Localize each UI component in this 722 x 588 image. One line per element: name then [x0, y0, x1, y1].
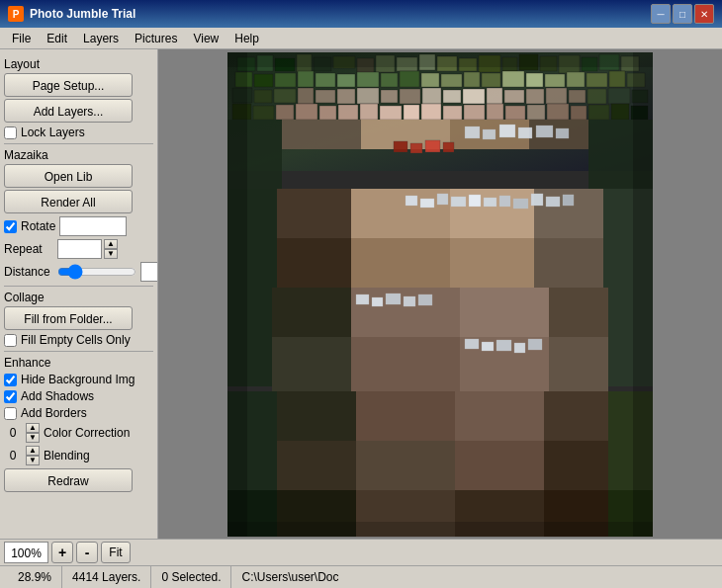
svg-rect-126 — [372, 297, 383, 306]
open-lib-button[interactable]: Open Lib — [4, 164, 133, 188]
svg-rect-52 — [443, 90, 461, 103]
svg-rect-30 — [400, 71, 419, 87]
add-borders-row: Add Borders — [4, 406, 153, 420]
svg-rect-78 — [571, 106, 587, 120]
bottom-area: Layout Page Setup... Add Layers... Lock … — [0, 49, 722, 588]
svg-rect-83 — [282, 120, 361, 149]
lock-layers-label: Lock Layers — [21, 126, 85, 139]
svg-rect-142 — [356, 441, 455, 490]
svg-rect-157 — [633, 52, 653, 537]
menu-layers[interactable]: Layers — [75, 30, 127, 47]
hide-bg-checkbox[interactable] — [4, 374, 17, 386]
svg-rect-122 — [351, 337, 460, 391]
svg-rect-134 — [528, 339, 542, 350]
zoom-out-button[interactable]: - — [76, 542, 98, 563]
menu-pictures[interactable]: Pictures — [127, 30, 185, 47]
minimize-button[interactable]: ─ — [651, 4, 671, 24]
svg-rect-88 — [465, 126, 480, 138]
app-icon: P — [8, 6, 24, 22]
distance-spinner: 15 ▲ ▼ — [140, 262, 158, 282]
status-path-text: C:\Users\user\Doc — [241, 570, 338, 584]
fill-empty-cells-checkbox[interactable] — [4, 334, 17, 347]
svg-rect-97 — [450, 189, 534, 238]
svg-rect-59 — [587, 89, 606, 104]
svg-rect-137 — [356, 391, 455, 441]
title-bar-text: Photo Jumble Trial — [30, 7, 651, 21]
blending-num: 0 — [4, 449, 22, 462]
svg-rect-72 — [443, 106, 462, 120]
hide-bg-label: Hide Background Img — [21, 373, 135, 386]
status-layers: 4414 Layers. — [62, 566, 151, 588]
menu-edit[interactable]: Edit — [39, 30, 75, 47]
menu-file[interactable]: File — [4, 30, 39, 47]
svg-rect-34 — [482, 73, 500, 87]
svg-rect-113 — [546, 197, 560, 207]
repeat-input[interactable]: AUTO — [57, 239, 102, 259]
blending-down-btn[interactable]: ▼ — [26, 456, 40, 465]
cc-down-btn[interactable]: ▼ — [26, 433, 40, 443]
svg-rect-138 — [455, 391, 544, 441]
svg-rect-101 — [351, 238, 450, 288]
cc-up-btn[interactable]: ▲ — [26, 423, 40, 433]
redraw-button[interactable]: Redraw — [4, 468, 133, 492]
svg-rect-100 — [277, 238, 351, 288]
rotate-checkbox[interactable] — [4, 220, 17, 233]
fill-from-folder-button[interactable]: Fill from Folder... — [4, 306, 133, 330]
distance-slider[interactable] — [57, 264, 136, 280]
svg-rect-26 — [316, 73, 335, 87]
fill-empty-cells-row: Fill Empty Cells Only — [4, 333, 153, 347]
svg-rect-111 — [513, 199, 528, 209]
distance-input[interactable]: 15 — [140, 262, 158, 282]
svg-rect-57 — [546, 88, 567, 104]
svg-rect-91 — [518, 127, 532, 138]
menu-view[interactable]: View — [185, 30, 226, 47]
rotate-input[interactable]: 0/360/30 — [59, 216, 127, 236]
menu-bar: File Edit Layers Pictures View Help — [0, 28, 722, 49]
status-zoom-text: 28.9% — [18, 570, 51, 584]
add-layers-button[interactable]: Add Layers... — [4, 99, 133, 123]
layout-section-label: Layout — [4, 57, 153, 71]
add-borders-checkbox[interactable] — [4, 407, 17, 420]
repeat-down-btn[interactable]: ▼ — [104, 249, 118, 259]
svg-rect-107 — [451, 197, 466, 207]
svg-rect-102 — [450, 238, 534, 288]
svg-rect-103 — [534, 238, 603, 288]
zoom-display: 100% — [4, 542, 48, 563]
svg-rect-133 — [514, 343, 525, 353]
svg-rect-158 — [227, 52, 653, 67]
status-zoom: 28.9% — [8, 566, 62, 588]
svg-rect-25 — [298, 71, 314, 87]
svg-rect-159 — [227, 522, 653, 537]
close-button[interactable]: ✕ — [694, 4, 714, 24]
svg-rect-96 — [351, 189, 450, 238]
svg-rect-35 — [502, 71, 524, 87]
zoom-fit-button[interactable]: Fit — [101, 542, 131, 563]
lock-layers-checkbox[interactable] — [4, 126, 17, 139]
svg-rect-106 — [437, 194, 448, 205]
svg-rect-79 — [588, 105, 609, 120]
svg-rect-32 — [441, 74, 462, 87]
svg-rect-74 — [487, 104, 503, 120]
render-all-button[interactable]: Render All — [4, 190, 133, 213]
svg-rect-44 — [274, 89, 296, 103]
svg-rect-71 — [421, 104, 441, 120]
svg-rect-63 — [253, 106, 274, 120]
svg-rect-29 — [381, 73, 398, 87]
svg-rect-119 — [549, 288, 608, 337]
status-bar: 28.9% 4414 Layers. 0 Selected. C:\Users\… — [0, 565, 722, 588]
repeat-row: Repeat AUTO ▲ ▼ — [4, 239, 153, 259]
svg-rect-64 — [276, 105, 294, 120]
blending-up-btn[interactable]: ▲ — [26, 446, 40, 456]
zoom-in-button[interactable]: + — [51, 542, 73, 563]
menu-help[interactable]: Help — [226, 30, 267, 47]
svg-rect-66 — [319, 106, 336, 120]
maximize-button[interactable]: □ — [673, 4, 692, 24]
svg-rect-51 — [422, 88, 441, 104]
repeat-up-btn[interactable]: ▲ — [104, 239, 118, 249]
add-shadows-checkbox[interactable] — [4, 390, 17, 403]
status-selected: 0 Selected. — [151, 566, 231, 588]
svg-rect-24 — [275, 73, 296, 87]
svg-rect-141 — [277, 441, 356, 490]
svg-rect-125 — [356, 294, 369, 304]
page-setup-button[interactable]: Page Setup... — [4, 73, 133, 97]
